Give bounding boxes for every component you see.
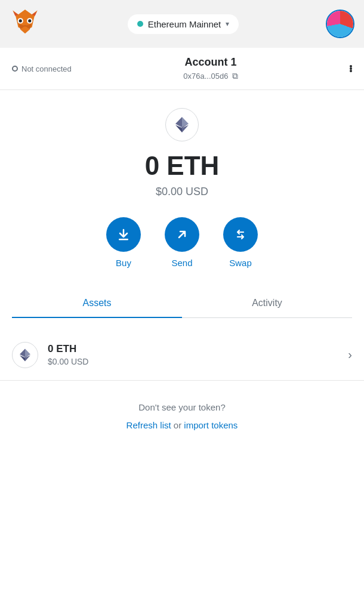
account-bar: Not connected Account 1 0x76a...05d6 ⧉ [0,48,364,90]
eth-asset-icon [17,347,33,363]
not-connected-label: Not connected [21,64,72,73]
more-options-button[interactable] [350,65,352,72]
buy-button[interactable]: Buy [106,217,141,268]
header: Ethereum Mainnet ▾ [0,0,364,48]
connection-dot [12,66,18,72]
tabs: Assets Activity [12,289,352,318]
eth-icon [172,115,192,134]
token-hint-question: Don't see your token? [12,399,352,416]
account-address-text: 0x76a...05d6 [183,72,228,81]
copy-address-icon[interactable]: ⧉ [232,71,238,81]
swap-icon [223,217,258,252]
connection-status: Not connected [12,64,72,73]
send-label: Send [171,258,192,268]
network-selector[interactable]: Ethereum Mainnet ▾ [128,14,239,34]
token-hint: Don't see your token? Refresh list or im… [0,381,364,446]
fox-logo [10,7,41,41]
account-address-row: 0x76a...05d6 ⧉ [183,71,237,81]
eth-logo [165,108,199,141]
asset-chevron-icon: › [348,348,352,362]
asset-info: 0 ETH $0.00 USD [48,343,348,366]
refresh-list-link[interactable]: Refresh list [127,420,171,430]
asset-eth-amount: 0 ETH [48,343,348,355]
tab-activity[interactable]: Activity [182,289,352,318]
svg-point-12 [19,19,22,22]
network-status-dot [137,21,143,27]
svg-point-13 [28,19,31,22]
swap-button[interactable]: Swap [223,217,258,268]
chevron-down-icon: ▾ [226,20,229,28]
network-label: Ethereum Mainnet [148,19,221,29]
asset-eth-usd: $0.00 USD [48,357,348,366]
account-name: Account 1 [184,56,236,69]
buy-label: Buy [116,258,131,268]
send-button[interactable]: Send [165,217,199,268]
swap-label: Swap [229,258,252,268]
buy-icon [106,217,141,252]
svg-point-14 [24,25,26,27]
token-hint-conjunction: or [171,420,184,430]
account-avatar[interactable] [326,10,354,38]
action-buttons: Buy Send Swap [106,217,258,268]
send-icon [165,217,199,252]
account-info: Account 1 0x76a...05d6 ⧉ [183,56,237,81]
svg-rect-21 [119,239,128,240]
assets-list: 0 ETH $0.00 USD › [0,330,364,381]
balance-eth: 0 ETH [145,151,220,181]
asset-item-eth[interactable]: 0 ETH $0.00 USD › [0,330,364,381]
balance-usd: $0.00 USD [156,186,208,198]
asset-eth-icon [12,342,38,368]
tab-assets[interactable]: Assets [12,289,182,318]
import-tokens-link[interactable]: import tokens [184,420,237,430]
balance-section: 0 ETH $0.00 USD Buy Send [0,90,364,330]
